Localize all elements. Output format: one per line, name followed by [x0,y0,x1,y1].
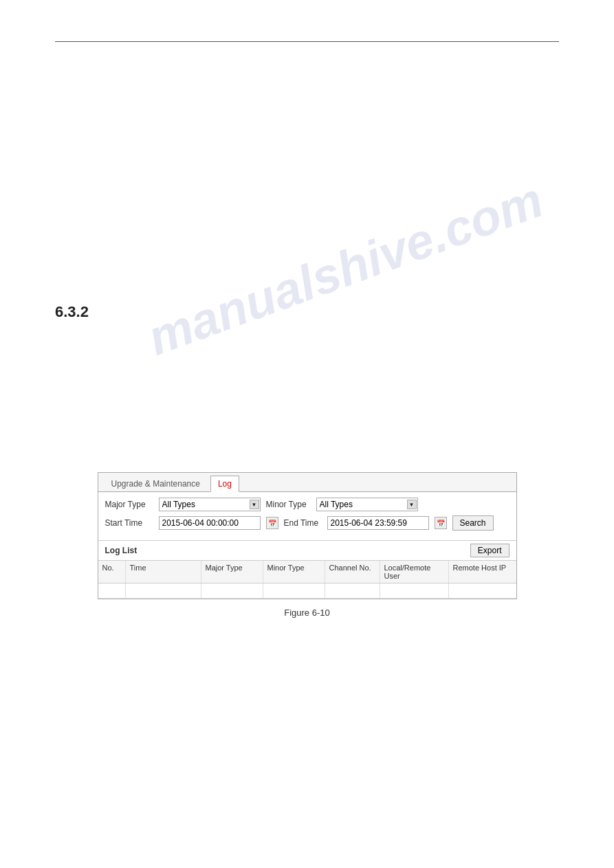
major-type-label: Major Type [105,500,153,509]
col-header-major: Major Type [201,561,263,583]
start-time-label: Start Time [105,518,153,528]
end-time-input[interactable]: 2015-06-04 23:59:59 [327,516,429,530]
minor-type-wrapper: All Types ▼ [316,498,418,511]
form-area: Major Type All Types ▼ Minor Type All Ty… [98,492,516,541]
col-header-user: Local/Remote User [380,561,449,583]
table-area: No. Time Major Type Minor Type Channel N… [98,561,516,599]
tab-bar: Upgrade & Maintenance Log [98,473,516,492]
col-header-minor: Minor Type [263,561,325,583]
tab-upgrade-maintenance[interactable]: Upgrade & Maintenance [104,476,208,491]
section-number: 6.3.2 [55,303,559,321]
ui-panel: Upgrade & Maintenance Log Major Type All… [98,472,517,599]
top-rule [55,41,559,42]
end-time-calendar-icon[interactable]: 📅 [435,517,447,529]
col-header-no: No. [98,561,126,583]
page-content: manualshive.com 6.3.2 Upgrade & Maintena… [0,0,614,868]
col-header-ip: Remote Host IP [449,561,516,583]
figure-container: Upgrade & Maintenance Log Major Type All… [98,472,517,618]
start-time-input[interactable]: 2015-06-04 00:00:00 [159,516,261,530]
form-row-times: Start Time 2015-06-04 00:00:00 📅 End Tim… [105,515,509,531]
start-time-calendar-icon[interactable]: 📅 [266,517,278,529]
col-header-channel: Channel No. [325,561,380,583]
tab-log[interactable]: Log [210,476,239,492]
table-header-row: No. Time Major Type Minor Type Channel N… [98,561,516,583]
log-list-label: Log List [105,546,138,555]
major-type-wrapper: All Types ▼ [159,498,261,511]
form-row-types: Major Type All Types ▼ Minor Type All Ty… [105,498,509,511]
col-header-time: Time [126,561,201,583]
figure-caption: Figure 6-10 [98,608,517,618]
table-row [98,583,516,599]
watermark: manualshive.com [140,171,550,366]
log-list-header: Log List Export [98,541,516,561]
minor-type-label: Minor Type [266,500,311,509]
end-time-label: End Time [284,518,322,528]
export-button[interactable]: Export [470,544,509,557]
minor-type-select[interactable]: All Types [316,498,418,511]
search-button[interactable]: Search [452,515,494,531]
major-type-select[interactable]: All Types [159,498,261,511]
